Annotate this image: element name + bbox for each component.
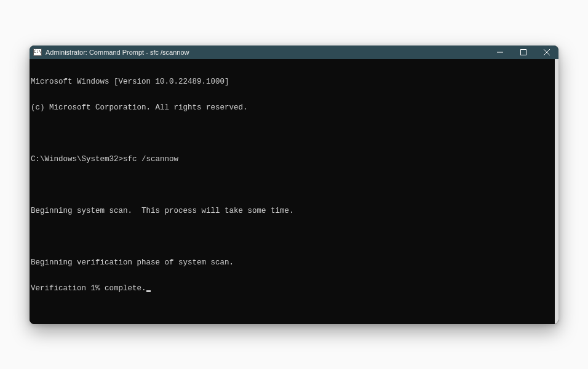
svg-rect-1 — [521, 49, 526, 55]
output-line — [31, 181, 557, 189]
output-line: Microsoft Windows [Version 10.0.22489.10… — [31, 77, 557, 86]
prompt-command: sfc /scannow — [123, 155, 178, 164]
maximize-icon — [520, 49, 526, 55]
output-line: Verification 1% complete. — [31, 284, 557, 293]
window-controls — [488, 46, 558, 59]
prompt-line: C:\Windows\System32>sfc /scannow — [31, 155, 557, 164]
close-icon — [544, 49, 550, 55]
window-title: Administrator: Command Prompt - sfc /sca… — [46, 49, 488, 56]
minimize-button[interactable] — [488, 46, 512, 59]
text-cursor — [146, 290, 151, 292]
output-line: Beginning system scan. This process will… — [31, 207, 557, 215]
command-prompt-window: C:\ Administrator: Command Prompt - sfc … — [30, 46, 558, 324]
output-line — [31, 129, 557, 138]
close-button[interactable] — [535, 46, 558, 59]
titlebar[interactable]: C:\ Administrator: Command Prompt - sfc … — [30, 46, 558, 59]
minimize-icon — [497, 49, 503, 55]
output-line: (c) Microsoft Corporation. All rights re… — [31, 103, 557, 112]
app-icon: C:\ — [33, 49, 42, 56]
output-line — [31, 232, 557, 241]
terminal-body[interactable]: Microsoft Windows [Version 10.0.22489.10… — [30, 59, 558, 324]
output-line: Beginning verification phase of system s… — [31, 258, 557, 267]
prompt-path: C:\Windows\System32> — [31, 155, 123, 164]
terminal-output: Microsoft Windows [Version 10.0.22489.10… — [30, 59, 558, 311]
maximize-button[interactable] — [512, 46, 535, 59]
scrollbar[interactable] — [555, 59, 558, 324]
